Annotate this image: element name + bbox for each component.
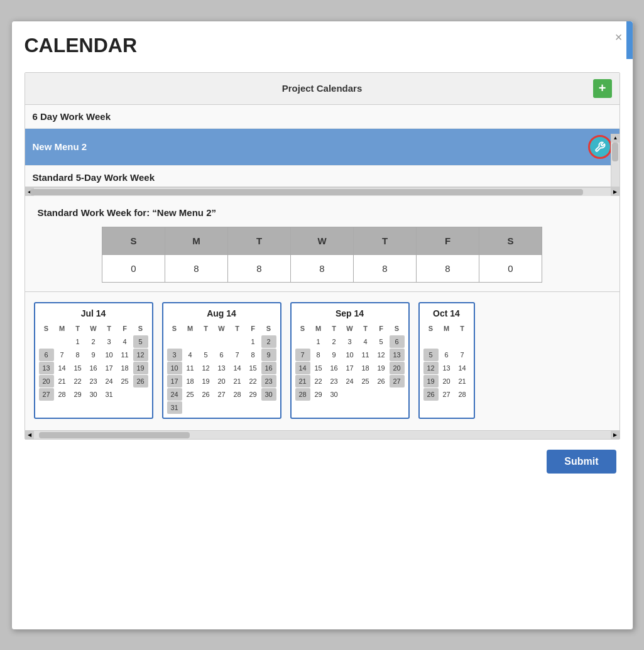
month-cal-title: Aug 14 xyxy=(167,308,276,318)
cal-day: 15 xyxy=(311,362,326,374)
cal-day: 6 xyxy=(439,349,454,361)
cal-day: 16 xyxy=(261,362,276,374)
cal-day: 1 xyxy=(471,335,475,348)
cal-day: 29 xyxy=(246,388,261,401)
cal-day: 13 xyxy=(214,362,229,374)
cal-day: 12 xyxy=(133,349,148,361)
cal-day: 14 xyxy=(55,362,70,374)
bottom-scroll-left[interactable]: ◀ xyxy=(25,431,34,440)
day-label: M xyxy=(55,322,70,335)
cal-day: 15 xyxy=(471,362,475,374)
cal-day: 2 xyxy=(261,335,276,348)
bottom-scroll-thumb[interactable] xyxy=(39,432,190,438)
cal-day: 22 xyxy=(246,375,261,387)
day-label: S xyxy=(261,322,276,335)
calendar-list: 6 Day Work Week New Menu 2 xyxy=(25,105,619,187)
cal-empty xyxy=(230,335,245,348)
cal-day: 13 xyxy=(439,362,454,374)
cal-day: 2 xyxy=(327,335,342,348)
cal-day: 12 xyxy=(423,362,439,374)
vertical-scrollbar[interactable]: ▲ ▼ xyxy=(611,134,619,187)
cal-empty xyxy=(423,335,439,348)
bottom-scrollbar[interactable]: ◀ ▶ xyxy=(25,430,619,439)
cal-day: 1 xyxy=(70,335,85,348)
cal-day: 13 xyxy=(39,362,54,374)
cal-day: 27 xyxy=(390,375,405,387)
cal-day: 4 xyxy=(358,335,373,348)
day-label: T xyxy=(199,322,214,335)
day-label: W xyxy=(86,322,101,335)
day-label: F xyxy=(117,322,133,335)
month-calendar: Jul 14SMTWTFS123456789101112131415161718… xyxy=(34,302,153,419)
cal-empty xyxy=(455,335,470,348)
list-item[interactable]: Standard 5-Day Work Week xyxy=(25,166,619,187)
month-cal-title: Sep 14 xyxy=(295,308,405,318)
wrench-button[interactable] xyxy=(588,135,612,159)
day-label: S xyxy=(390,322,405,335)
day-label: T xyxy=(102,322,117,335)
cal-day: 20 xyxy=(39,375,54,387)
day-label: F xyxy=(374,322,389,335)
calendar-modal: CALENDAR × Project Calendars + 6 Day Wor… xyxy=(11,21,633,630)
cal-day: 29 xyxy=(70,388,85,401)
cal-day: 7 xyxy=(230,349,245,361)
scroll-thumb[interactable] xyxy=(612,143,618,161)
month-cal-grid: SMTWTFS123456789101112131415161718192021… xyxy=(39,322,148,401)
cal-day: 4 xyxy=(183,349,198,361)
cal-day: 28 xyxy=(295,388,310,401)
submit-button[interactable]: Submit xyxy=(547,450,616,474)
cal-day: 10 xyxy=(342,349,357,361)
cal-day: 16 xyxy=(86,362,101,374)
list-item[interactable]: 6 Day Work Week xyxy=(25,105,619,129)
cal-day: 15 xyxy=(246,362,261,374)
cal-day: 10 xyxy=(102,349,117,361)
cal-day: 3 xyxy=(167,349,182,361)
cal-day: 12 xyxy=(199,362,214,374)
cal-day: 25 xyxy=(117,375,133,387)
cal-day: 7 xyxy=(455,349,470,361)
cal-day: 26 xyxy=(374,375,389,387)
bottom-scroll-right[interactable]: ▶ xyxy=(611,431,619,440)
cal-day: 13 xyxy=(390,349,405,361)
cal-empty xyxy=(439,335,454,348)
day-label: W xyxy=(471,322,475,335)
day-label: T xyxy=(327,322,342,335)
cal-day: 29 xyxy=(471,388,475,401)
cal-day: 8 xyxy=(311,349,326,361)
scroll-up-arrow[interactable]: ▲ xyxy=(611,134,619,143)
cal-day: 19 xyxy=(133,362,148,374)
calendar-list-scroll[interactable]: 6 Day Work Week New Menu 2 xyxy=(25,105,619,187)
footer-bar: Submit xyxy=(25,440,620,476)
scroll-right-arrow[interactable]: ▶ xyxy=(611,188,619,196)
day-label: S xyxy=(133,322,148,335)
day-label: M xyxy=(183,322,198,335)
scroll-h-thumb[interactable] xyxy=(30,189,583,195)
work-week-title: Standard Work Week for: “New Menu 2” xyxy=(38,207,607,218)
day-label: W xyxy=(342,322,357,335)
wrench-button-wrap xyxy=(588,135,612,159)
month-cal-grid: SMTWTFS123456789101112131415161718192021… xyxy=(295,322,405,401)
day-label: S xyxy=(295,322,310,335)
cal-day: 20 xyxy=(439,375,454,387)
cal-day: 28 xyxy=(55,388,70,401)
cal-day: 23 xyxy=(327,375,342,387)
cal-day: 18 xyxy=(358,362,373,374)
cal-day: 30 xyxy=(327,388,342,401)
cal-day: 28 xyxy=(230,388,245,401)
cal-day: 21 xyxy=(295,375,310,387)
add-calendar-button[interactable]: + xyxy=(593,79,612,98)
close-button[interactable]: × xyxy=(615,30,623,45)
cal-day: 9 xyxy=(261,349,276,361)
cal-day: 24 xyxy=(342,375,357,387)
list-item-selected[interactable]: New Menu 2 xyxy=(25,129,619,166)
cal-day: 3 xyxy=(342,335,357,348)
day-label: F xyxy=(246,322,261,335)
cal-day: 17 xyxy=(167,375,182,387)
cal-day: 31 xyxy=(102,388,117,401)
cal-day: 19 xyxy=(423,375,439,387)
cal-day: 14 xyxy=(230,362,245,374)
cal-day: 25 xyxy=(358,375,373,387)
horizontal-scrollbar-list[interactable]: ◀ ▶ xyxy=(25,187,619,196)
cal-day: 20 xyxy=(214,375,229,387)
cal-day: 17 xyxy=(342,362,357,374)
